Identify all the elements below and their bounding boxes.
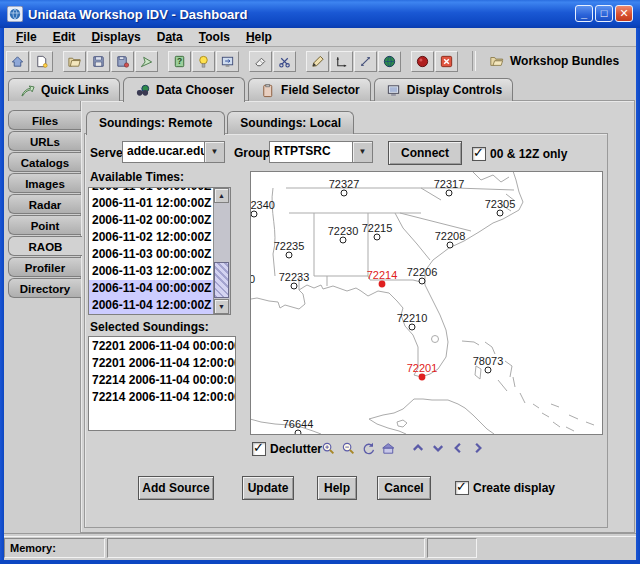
pan-down-button[interactable] <box>430 440 447 457</box>
sidebar-item-directory[interactable]: Directory <box>8 278 81 298</box>
save-favorite-button[interactable] <box>111 51 134 72</box>
update-button[interactable]: Update <box>242 476 294 500</box>
tab-field-selector[interactable]: Field Selector <box>248 78 371 101</box>
home-button[interactable] <box>6 51 29 72</box>
time-row[interactable]: 2006-11-01 12:00:00Z <box>89 195 214 212</box>
pencil-button[interactable] <box>306 51 329 72</box>
sidebar-item-point[interactable]: Point <box>8 215 81 235</box>
station-marker[interactable] <box>497 210 503 216</box>
minimize-icon[interactable]: _ <box>575 5 593 22</box>
zoom-in-button[interactable] <box>320 440 337 457</box>
sidebar-item-urls[interactable]: URLs <box>8 131 81 151</box>
close-red-button[interactable] <box>435 51 458 72</box>
station-marker[interactable] <box>341 190 347 196</box>
tab-soundings-local[interactable]: Soundings: Local <box>227 111 354 134</box>
help-book-button[interactable]: ? <box>168 51 191 72</box>
zoom-out-button[interactable] <box>340 440 357 457</box>
home-view-button[interactable] <box>380 440 397 457</box>
menu-help[interactable]: Help <box>238 29 280 45</box>
tab-display-controls[interactable]: Display Controls <box>374 78 513 101</box>
time-row[interactable]: 2006-11-04 00:00:00Z <box>89 280 214 297</box>
send-button[interactable] <box>135 51 158 72</box>
pan-right-button[interactable] <box>470 440 487 457</box>
lightbulb-button[interactable] <box>192 51 215 72</box>
sidebar-item-images[interactable]: Images <box>8 173 81 193</box>
time-row[interactable]: 2006-11-04 12:00:00Z <box>89 297 214 314</box>
globe-button[interactable] <box>378 51 401 72</box>
map-outlines <box>251 172 594 434</box>
available-times-list[interactable]: 2006-11-01 00:00:00Z2006-11-01 12:00:00Z… <box>88 187 231 315</box>
sidebar-item-radar[interactable]: Radar <box>8 194 81 214</box>
reset-view-button[interactable] <box>360 440 377 457</box>
axes-button[interactable] <box>330 51 353 72</box>
z-filter-checkbox[interactable] <box>472 147 486 161</box>
sidebar-item-raob[interactable]: RAOB <box>8 236 82 256</box>
menu-displays[interactable]: Displays <box>83 29 148 45</box>
scroll-up-icon[interactable]: ▲ <box>214 188 229 203</box>
tab-quick-links[interactable]: Quick Links <box>8 78 120 101</box>
group-combobox[interactable]: RTPTSRC ▼ <box>269 141 373 163</box>
menu-data[interactable]: Data <box>149 29 191 45</box>
time-row[interactable]: 2006-11-02 12:00:00Z <box>89 229 214 246</box>
close-icon[interactable]: ✕ <box>615 5 633 22</box>
chevron-down-icon[interactable]: ▼ <box>204 141 225 163</box>
scissors-button[interactable] <box>273 51 296 72</box>
time-row[interactable]: 2006-11-02 00:00:00Z <box>89 212 214 229</box>
station-marker[interactable] <box>447 242 453 248</box>
add-source-button[interactable]: Add Source <box>138 476 214 500</box>
station-marker[interactable] <box>485 367 491 373</box>
station-marker[interactable] <box>379 281 386 288</box>
sidebar-item-catalogs[interactable]: Catalogs <box>8 152 81 172</box>
declutter-checkbox[interactable] <box>252 442 266 456</box>
station-marker[interactable] <box>419 374 426 381</box>
connect-button[interactable]: Connect <box>388 141 462 165</box>
sounding-row[interactable]: 72214 2006-11-04 00:00:00Z... <box>89 372 235 389</box>
measure-button[interactable] <box>354 51 377 72</box>
help-button[interactable]: Help <box>317 476 357 500</box>
menu-file[interactable]: File <box>8 29 45 45</box>
station-marker[interactable] <box>340 237 346 243</box>
time-row[interactable]: 2006-11-03 00:00:00Z <box>89 246 214 263</box>
tab-data-chooser[interactable]: Data Chooser <box>123 77 245 102</box>
station-marker[interactable] <box>286 252 292 258</box>
scroll-down-icon[interactable]: ▼ <box>214 299 229 314</box>
selected-soundings-list[interactable]: 72201 2006-11-04 00:00:00Z...72201 2006-… <box>88 336 236 431</box>
group-value[interactable]: RTPTSRC <box>269 141 352 163</box>
tab-soundings-remote[interactable]: Soundings: Remote <box>86 111 225 135</box>
scrollbar-thumb[interactable] <box>214 262 229 298</box>
pan-up-button[interactable] <box>410 440 427 457</box>
station-marker[interactable] <box>251 211 257 217</box>
chevron-down-icon[interactable]: ▼ <box>352 141 373 163</box>
station-marker[interactable] <box>374 234 380 240</box>
maximize-icon[interactable]: □ <box>595 5 613 22</box>
server-value[interactable]: adde.ucar.edu <box>122 141 204 163</box>
cancel-button[interactable]: Cancel <box>377 476 431 500</box>
menu-tools[interactable]: Tools <box>191 29 238 45</box>
station-marker[interactable] <box>419 278 425 284</box>
open-folder-button[interactable] <box>63 51 86 72</box>
sounding-row[interactable]: 72201 2006-11-04 12:00:00Z... <box>89 355 235 372</box>
workshop-bundles-button[interactable]: Workshop Bundles <box>482 52 625 70</box>
sidebar-item-files[interactable]: Files <box>8 110 81 130</box>
eraser-button[interactable] <box>249 51 272 72</box>
time-row[interactable]: 2006-11-03 12:00:00Z <box>89 263 214 280</box>
station-marker[interactable] <box>291 283 297 289</box>
station-marker[interactable] <box>409 324 415 330</box>
pan-left-button[interactable] <box>450 440 467 457</box>
time-row[interactable]: 2006-11-01 00:00:00Z <box>89 187 214 195</box>
menu-edit[interactable]: Edit <box>45 29 84 45</box>
save-button[interactable] <box>87 51 110 72</box>
scrollbar[interactable]: ▲ ▼ <box>213 188 230 314</box>
station-marker[interactable] <box>295 430 301 434</box>
station-marker[interactable] <box>446 190 452 196</box>
monitor-arrow-button[interactable] <box>216 51 239 72</box>
station-map[interactable]: 7232772317723052340722307221572208722357… <box>250 171 603 435</box>
server-combobox[interactable]: adde.ucar.edu ▼ <box>122 141 225 163</box>
sidebar-item-profiler[interactable]: Profiler <box>8 257 81 277</box>
create-display-checkbox[interactable] <box>455 481 469 495</box>
titlebar[interactable]: Unidata Workshop IDV - Dashboard _ □ ✕ <box>0 0 640 28</box>
sounding-row[interactable]: 72201 2006-11-04 00:00:00Z... <box>89 338 235 355</box>
stop-button[interactable] <box>411 51 434 72</box>
sounding-row[interactable]: 72214 2006-11-04 12:00:00Z... <box>89 389 235 406</box>
new-document-button[interactable] <box>30 51 53 72</box>
